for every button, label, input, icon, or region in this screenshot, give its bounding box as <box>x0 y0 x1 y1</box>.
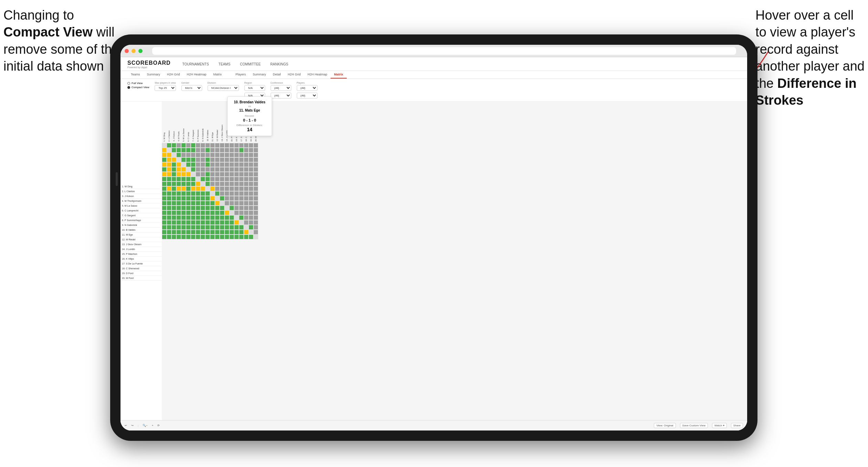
grid-cell[interactable] <box>253 153 258 157</box>
grid-cell[interactable] <box>253 148 258 153</box>
grid-cell[interactable] <box>181 143 186 148</box>
grid-cell[interactable] <box>234 153 239 157</box>
players-select[interactable]: (All) <box>297 85 317 91</box>
grid-cell[interactable] <box>215 206 220 210</box>
tab-matrix[interactable]: Matrix <box>210 71 226 79</box>
grid-cell[interactable] <box>196 167 200 172</box>
grid-cell[interactable] <box>210 230 215 235</box>
grid-cell[interactable] <box>200 201 205 206</box>
grid-cell[interactable] <box>224 167 229 172</box>
grid-cell[interactable] <box>210 143 215 148</box>
grid-cell[interactable] <box>162 167 167 172</box>
grid-cell[interactable] <box>196 235 200 239</box>
grid-cell[interactable] <box>162 210 167 215</box>
nav-teams[interactable]: TEAMS <box>217 62 232 67</box>
grid-cell[interactable] <box>205 157 210 162</box>
grid-cell[interactable] <box>205 201 210 206</box>
grid-cell[interactable] <box>200 191 205 196</box>
grid-cell[interactable] <box>176 196 181 201</box>
grid-cell[interactable] <box>253 225 258 230</box>
grid-cell[interactable] <box>181 230 186 235</box>
grid-cell[interactable] <box>229 148 234 153</box>
grid-cell[interactable] <box>191 143 196 148</box>
grid-cell[interactable] <box>224 172 229 177</box>
grid-cell[interactable] <box>224 143 229 148</box>
grid-cell[interactable] <box>210 196 215 201</box>
grid-cell[interactable] <box>176 153 181 157</box>
grid-cell[interactable] <box>200 172 205 177</box>
grid-cell[interactable] <box>162 162 167 167</box>
grid-cell[interactable] <box>224 215 229 220</box>
grid-cell[interactable] <box>229 153 234 157</box>
grid-cell[interactable] <box>171 215 176 220</box>
grid-cell[interactable] <box>215 143 220 148</box>
grid-cell[interactable] <box>234 196 239 201</box>
grid-cell[interactable] <box>215 172 220 177</box>
grid-cell[interactable] <box>244 191 249 196</box>
grid-cell[interactable] <box>186 162 191 167</box>
grid-cell[interactable] <box>200 215 205 220</box>
grid-cell[interactable] <box>191 177 196 181</box>
grid-cell[interactable] <box>162 225 167 230</box>
grid-cell[interactable] <box>162 153 167 157</box>
grid-cell[interactable] <box>176 206 181 210</box>
grid-cell[interactable] <box>186 181 191 186</box>
grid-cell[interactable] <box>244 206 249 210</box>
grid-cell[interactable] <box>253 235 258 239</box>
grid-cell[interactable] <box>176 181 181 186</box>
tab-summary2[interactable]: Summary <box>249 71 270 79</box>
grid-cell[interactable] <box>239 143 244 148</box>
grid-cell[interactable] <box>234 167 239 172</box>
grid-cell[interactable] <box>176 191 181 196</box>
grid-cell[interactable] <box>191 230 196 235</box>
grid-cell[interactable] <box>224 186 229 191</box>
grid-cell[interactable] <box>244 215 249 220</box>
grid-cell[interactable] <box>244 230 249 235</box>
grid-cell[interactable] <box>176 177 181 181</box>
grid-cell[interactable] <box>186 143 191 148</box>
tab-h2h-heatmap2[interactable]: H2H Heatmap <box>304 71 331 79</box>
grid-cell[interactable] <box>176 157 181 162</box>
grid-cell[interactable] <box>234 201 239 206</box>
grid-cell[interactable] <box>234 191 239 196</box>
grid-cell[interactable] <box>239 167 244 172</box>
grid-cell[interactable] <box>181 181 186 186</box>
grid-cell[interactable] <box>220 172 224 177</box>
grid-cell[interactable] <box>244 177 249 181</box>
grid-cell[interactable] <box>220 191 224 196</box>
grid-cell[interactable] <box>167 167 171 172</box>
grid-cell[interactable] <box>167 201 171 206</box>
grid-cell[interactable] <box>191 220 196 225</box>
grid-cell[interactable] <box>215 191 220 196</box>
grid-cell[interactable] <box>215 196 220 201</box>
grid-cell[interactable] <box>205 220 210 225</box>
grid-cell[interactable] <box>205 181 210 186</box>
grid-cell[interactable] <box>167 206 171 210</box>
grid-cell[interactable] <box>249 181 253 186</box>
grid-cell[interactable] <box>220 148 224 153</box>
grid-cell[interactable] <box>220 177 224 181</box>
grid-cell[interactable] <box>167 157 171 162</box>
grid-cell[interactable] <box>224 181 229 186</box>
grid-cell[interactable] <box>186 210 191 215</box>
save-custom-button[interactable]: Save Custom View <box>680 423 708 428</box>
grid-cell[interactable] <box>224 201 229 206</box>
grid-cell[interactable] <box>210 215 215 220</box>
grid-cell[interactable] <box>181 225 186 230</box>
grid-cell[interactable] <box>196 181 200 186</box>
grid-cell[interactable] <box>249 201 253 206</box>
grid-cell[interactable] <box>244 220 249 225</box>
grid-cell[interactable] <box>186 186 191 191</box>
grid-cell[interactable] <box>215 230 220 235</box>
grid-cell[interactable] <box>181 162 186 167</box>
grid-cell[interactable] <box>234 148 239 153</box>
zoom-in-icon[interactable]: + <box>152 424 154 427</box>
gender-select[interactable]: Men's <box>181 85 202 91</box>
grid-cell[interactable] <box>244 196 249 201</box>
grid-cell[interactable] <box>167 210 171 215</box>
grid-cell[interactable] <box>200 220 205 225</box>
grid-cell[interactable] <box>253 181 258 186</box>
grid-cell[interactable] <box>167 181 171 186</box>
grid-cell[interactable] <box>253 177 258 181</box>
grid-cell[interactable] <box>249 162 253 167</box>
